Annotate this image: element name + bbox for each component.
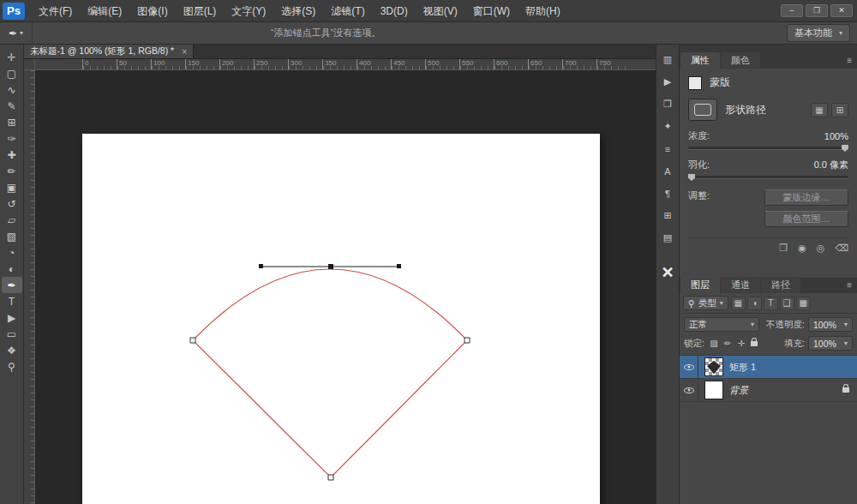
- menu-item[interactable]: 文字(Y): [224, 0, 273, 22]
- panel-histogram-icon[interactable]: ▤: [658, 230, 677, 246]
- menu-item[interactable]: 帮助(H): [518, 0, 568, 22]
- panel-tab[interactable]: 通道: [721, 277, 760, 293]
- panel-clone-source-icon[interactable]: ⊞: [658, 207, 677, 224]
- fan-shape-outline[interactable]: [193, 269, 467, 477]
- menu-item[interactable]: 3D(D): [373, 0, 416, 22]
- tool-dodge[interactable]: ◐: [2, 261, 22, 277]
- selected-anchor-point[interactable]: [328, 264, 333, 269]
- tool-blur[interactable]: ◔: [2, 244, 22, 261]
- visibility-toggle[interactable]: [680, 379, 698, 401]
- apply-mask-icon[interactable]: ◉: [798, 243, 806, 254]
- pixel-mask-button[interactable]: ▦: [811, 103, 828, 117]
- tool-eyedropper[interactable]: ✑: [2, 130, 22, 147]
- vector-mask-button[interactable]: ⊞: [831, 103, 848, 117]
- feather-slider-knob[interactable]: [688, 174, 695, 181]
- tool-quick-select[interactable]: ✎: [2, 98, 22, 114]
- feather-slider[interactable]: [688, 176, 848, 179]
- mask-edge-button[interactable]: 蒙版边缘…: [764, 189, 848, 206]
- density-label: 浓度:: [688, 129, 710, 142]
- menu-item[interactable]: 选择(S): [273, 0, 323, 22]
- panel-history-icon[interactable]: ▥: [658, 51, 677, 68]
- opacity-dropdown[interactable]: 100% ▾: [808, 317, 853, 332]
- tool-marquee[interactable]: ▢: [2, 65, 22, 81]
- disable-mask-icon[interactable]: ◎: [817, 243, 825, 254]
- layer-name[interactable]: 背景: [729, 384, 748, 397]
- layer-row-background[interactable]: 背景: [680, 379, 857, 402]
- canvas[interactable]: [82, 134, 600, 504]
- fill-dropdown[interactable]: 100% ▾: [808, 336, 853, 351]
- minimize-button[interactable]: –: [781, 4, 803, 17]
- panel-tab[interactable]: 属性: [680, 52, 720, 69]
- panel-menu-icon[interactable]: ≡: [847, 280, 852, 290]
- lock-all-icon[interactable]: [751, 341, 758, 346]
- tab-close-icon[interactable]: ×: [182, 47, 187, 57]
- lock-option-icon[interactable]: ▨: [708, 339, 720, 348]
- layer-name[interactable]: 矩形 1: [729, 361, 756, 374]
- density-slider-knob[interactable]: [842, 145, 848, 152]
- visibility-toggle[interactable]: [680, 356, 698, 378]
- restore-button[interactable]: ❐: [806, 4, 828, 17]
- tool-icon: ✚: [7, 149, 15, 161]
- tool-type[interactable]: T: [2, 293, 22, 309]
- tool-history-brush[interactable]: ↺: [2, 195, 22, 212]
- panel-paragraph-icon[interactable]: ¶: [658, 185, 677, 201]
- layer-filter-icon[interactable]: ▦: [731, 297, 746, 310]
- tool-brush[interactable]: ✏: [2, 163, 22, 179]
- tool-path-select[interactable]: ▶: [2, 309, 22, 326]
- tool-crop[interactable]: ⊞: [2, 114, 22, 130]
- tool-eraser[interactable]: ▱: [2, 212, 22, 228]
- mask-thumbnail[interactable]: [688, 76, 702, 90]
- tool-healing[interactable]: ✚: [2, 147, 22, 163]
- workspace-switcher-button[interactable]: 基本功能 ▾: [787, 24, 850, 42]
- panel-tab[interactable]: 颜色: [721, 52, 760, 69]
- tool-shape[interactable]: ▭: [2, 326, 22, 342]
- density-slider[interactable]: [688, 147, 848, 150]
- layer-filter-icon[interactable]: ❑: [780, 297, 794, 310]
- tool-hand[interactable]: ❖: [2, 342, 22, 358]
- panel-tab[interactable]: 图层: [680, 277, 720, 293]
- layer-row-shape[interactable]: 矩形 1: [680, 356, 857, 379]
- menu-item[interactable]: 视图(V): [416, 0, 465, 22]
- tool-clone-stamp[interactable]: ▣: [2, 179, 22, 195]
- layer-filter-icon[interactable]: ◑: [747, 297, 762, 310]
- panel-styles-icon[interactable]: ❐: [658, 96, 677, 112]
- menu-item[interactable]: 文件(F): [31, 0, 80, 22]
- layer-filter-icon[interactable]: ▩: [796, 297, 811, 310]
- menu-item[interactable]: 滤镜(T): [323, 0, 372, 22]
- tool-preset-picker[interactable]: ✒ ▾: [0, 22, 33, 44]
- layer-filter-type-dropdown[interactable]: ⚲ 类型 ▾: [683, 296, 728, 310]
- panel-close-icon[interactable]: ✕: [658, 264, 677, 280]
- tool-pen[interactable]: ✒: [2, 277, 22, 293]
- anchor-points[interactable]: [190, 338, 470, 480]
- tool-move[interactable]: ✛: [2, 49, 22, 65]
- panel-tab[interactable]: 路径: [761, 277, 800, 293]
- layer-thumbnail[interactable]: [704, 381, 723, 399]
- color-range-button[interactable]: 颜色范围…: [764, 211, 848, 227]
- panel-adjustments-icon[interactable]: ✦: [658, 118, 677, 135]
- menu-item[interactable]: 编辑(E): [80, 0, 129, 22]
- panel-menu-icon[interactable]: ≡: [847, 56, 852, 65]
- lock-option-icon[interactable]: ✏: [722, 339, 734, 348]
- tool-gradient[interactable]: ▧: [2, 228, 22, 244]
- load-selection-icon[interactable]: ❒: [779, 243, 788, 254]
- canvas-shape-path[interactable]: [82, 134, 600, 504]
- close-button[interactable]: ✕: [830, 4, 853, 17]
- menu-item[interactable]: 图层(L): [176, 0, 225, 22]
- delete-mask-icon[interactable]: ⌫: [835, 243, 848, 254]
- shape-path-thumbnail[interactable]: [688, 99, 717, 121]
- feather-value[interactable]: 0.0 像素: [814, 159, 848, 171]
- tool-zoom[interactable]: ⚲: [2, 358, 22, 375]
- blend-mode-dropdown[interactable]: 正常 ▾: [684, 317, 759, 332]
- panel-character-icon[interactable]: A: [658, 163, 677, 179]
- menu-item[interactable]: 图像(I): [129, 0, 175, 22]
- menu-item[interactable]: 窗口(W): [465, 0, 518, 22]
- tool-lasso[interactable]: ∿: [2, 81, 22, 98]
- canvas-viewport[interactable]: [35, 70, 656, 504]
- panel-info-icon[interactable]: ≡: [658, 141, 677, 157]
- layer-thumbnail[interactable]: [704, 357, 723, 376]
- document-tab[interactable]: 未标题-1 @ 100% (矩形 1, RGB/8) * ×: [24, 45, 194, 58]
- panel-actions-icon[interactable]: ▶: [658, 74, 677, 90]
- lock-option-icon[interactable]: ✛: [735, 339, 747, 348]
- layer-filter-icon[interactable]: T: [764, 297, 778, 310]
- density-value[interactable]: 100%: [824, 131, 848, 141]
